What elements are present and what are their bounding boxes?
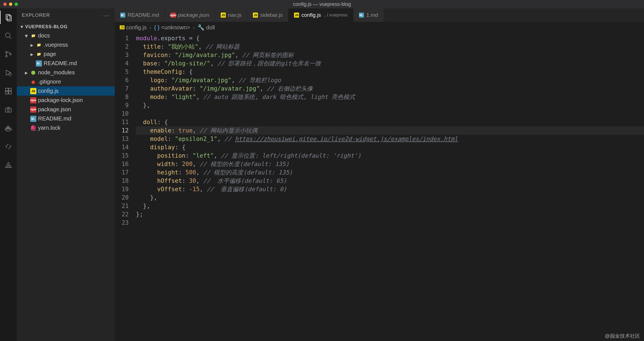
code-line[interactable]: authorAvatar: "/img/avatar.jpg", // 右侧边栏… [136,84,644,93]
tree-item-docs[interactable]: ▾📁docs [17,31,115,40]
tree-item-label: .gitignore [38,79,61,85]
code-line[interactable]: }, [136,202,644,210]
remote-icon[interactable] [0,140,17,153]
code-line[interactable] [136,110,644,118]
code-line[interactable]: base: "/blog-site/", // 部署路径，跟创建的git仓库名一… [136,59,644,68]
window-title: config.js — vuepress-blog [293,1,351,7]
code-line[interactable]: logo: "/img/avatar.jpg", // 导航栏logo [136,76,644,84]
js-icon: JS [30,88,36,94]
code-line[interactable]: module.exports = { [136,34,644,42]
code-line[interactable]: position: "left", // 显示位置: left/right(de… [136,151,644,160]
close-window-button[interactable] [3,3,7,6]
tree-item-package-json[interactable]: npmpackage.json [17,105,115,114]
tab-label: 1.md [366,12,378,18]
js-icon: JS [253,13,258,18]
folder-icon: 📁 [30,33,36,39]
code-content[interactable]: module.exports = { title: "我的小站", // 网站标… [136,33,644,341]
tree-item-package-lock-json[interactable]: npmpackage-lock.json [17,96,115,105]
tree-item-README-md[interactable]: M↓README.md [17,114,115,123]
maximize-window-button[interactable] [15,3,18,6]
svg-rect-1 [7,16,11,21]
code-line[interactable]: favicon: "/img/avatar.jpg", // 网页标签的图标 [136,51,644,59]
tab-README-md[interactable]: M↓README.md [115,8,165,22]
code-line[interactable]: title: "我的小站", // 网站标题 [136,42,644,51]
tree-item-config-js[interactable]: JSconfig.js [17,86,115,96]
project-header[interactable]: ▾ VUEPRESS-BLOG [17,22,115,31]
tab-label: package.json [178,12,209,18]
svg-rect-0 [6,15,10,20]
breadcrumbs[interactable]: JSconfig.js › { }<unknown> › 🔧doll [115,22,644,33]
tab-1-md[interactable]: M↓1.md [353,8,384,22]
code-line[interactable] [136,219,644,227]
source-control-icon[interactable] [0,48,17,61]
tree-item-page[interactable]: ▸📁page [17,49,115,59]
git-icon: ◆ [30,79,36,85]
code-line[interactable]: enable: true, // 网站内显示小玩偶 [136,126,644,135]
breadcrumb-symbol: doll [206,24,215,31]
editor[interactable]: 1234567891011121314151617181920212223 mo… [115,33,644,341]
extensions-icon[interactable] [0,84,17,98]
nodejs-icon: ⬢ [30,70,36,76]
code-line[interactable]: height: 500, // 模型的高度(default: 135) [136,168,644,177]
markdown-icon: M↓ [120,13,125,18]
tree-item-label: yarn.lock [38,125,60,131]
tree-item--vuepress[interactable]: ▸📁.vuepress [17,40,115,49]
svg-rect-11 [9,88,11,91]
project-icon[interactable] [0,158,17,172]
camera-icon[interactable] [0,103,17,116]
js-icon: JS [221,13,226,18]
tree-item-README-md[interactable]: M↓README.md [17,59,115,68]
code-line[interactable]: }; [136,210,644,219]
tree-item-label: page [44,51,56,57]
tab-config-js[interactable]: JSconfig.js.../.vuepress [288,8,353,22]
code-line[interactable]: vOffset: -15, // 垂直偏移(default: 0) [136,185,644,193]
code-line[interactable]: themeConfig: { [136,68,644,76]
tab-path-suffix: .../.vuepress [323,13,347,18]
tree-item-node-modules[interactable]: ▸⬢node_modules [17,68,115,77]
code-line[interactable]: hOffset: 30, // 水平偏移(default: 65) [136,177,644,185]
svg-line-3 [10,37,11,39]
svg-point-7 [9,73,11,75]
svg-rect-12 [6,108,11,112]
tab-label: nav.js [228,12,241,18]
code-line[interactable]: model: "epsilon2_1", // https://zhousiwe… [136,135,644,143]
tree-item-label: README.md [44,60,77,67]
editor-area: M↓README.mdnpmpackage.jsonJSnav.jsJSside… [115,8,644,341]
code-line[interactable]: display: { [136,143,644,151]
code-line[interactable]: }, [136,101,644,110]
code-line[interactable]: width: 200, // 模型的长度(default: 135) [136,160,644,168]
svg-rect-17 [8,126,9,127]
tab-package-json[interactable]: npmpackage.json [165,8,215,22]
tree-item-label: docs [38,32,50,39]
tab-sidebar-js[interactable]: JSsidebar.js [247,8,288,22]
npm-icon: npm [171,13,176,18]
run-debug-icon[interactable] [0,66,17,79]
explorer-icon[interactable] [0,11,17,24]
minimize-window-button[interactable] [9,3,12,6]
code-line[interactable]: doll: { [136,118,644,126]
line-numbers: 1234567891011121314151617181920212223 [115,33,136,341]
activity-bar [0,8,17,341]
folder-icon: 📁 [36,51,42,57]
markdown-icon: M↓ [36,60,42,67]
tab-nav-js[interactable]: JSnav.js [215,8,247,22]
tree-item-label: README.md [38,115,71,122]
titlebar: config.js — vuepress-blog [0,0,644,8]
svg-point-13 [8,109,10,111]
chevron-down-icon: ▾ [20,24,24,29]
breadcrumb-module: <unknown> [161,24,190,31]
search-icon[interactable] [0,29,17,42]
tab-label: config.js [301,12,321,18]
tree-item-yarn-lock[interactable]: 🧶yarn.lock [17,123,115,132]
svg-rect-8 [6,88,8,91]
code-line[interactable]: mode: "light", // auto 跟随系统, dark 暗色模式, … [136,93,644,101]
project-name: VUEPRESS-BLOG [25,24,68,29]
braces-icon: { } [154,24,159,31]
docker-icon[interactable] [0,121,17,135]
code-line[interactable]: }, [136,193,644,202]
sidebar-title: EXPLORER [22,13,50,18]
chevron-icon: ▸ [30,51,34,58]
file-tree: ▾📁docs▸📁.vuepress▸📁pageM↓README.md▸⬢node… [17,31,115,132]
tree-item--gitignore[interactable]: ◆.gitignore [17,77,115,86]
sidebar-more-button[interactable]: ··· [103,12,110,19]
